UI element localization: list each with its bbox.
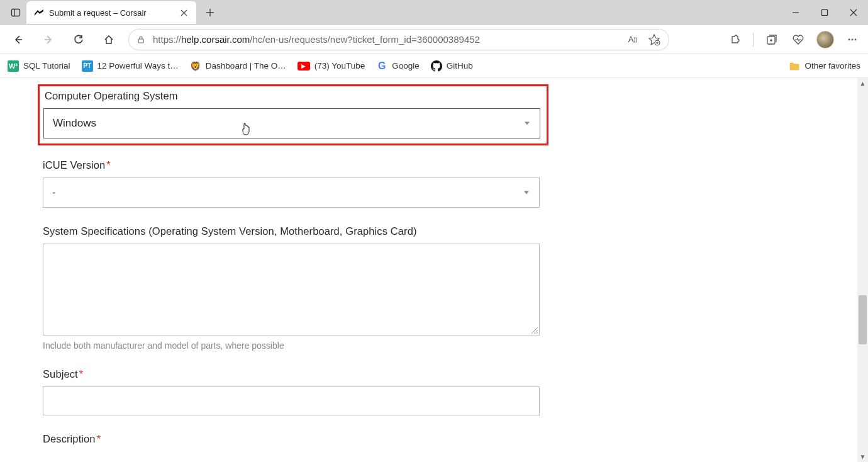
- bookmark-item[interactable]: GitHub: [431, 60, 473, 72]
- settings-menu-button[interactable]: [844, 31, 860, 48]
- extensions-icon[interactable]: [726, 31, 743, 48]
- required-star: *: [79, 368, 84, 380]
- svg-rect-6: [138, 39, 143, 43]
- window-controls: [781, 0, 868, 25]
- os-select-value: Windows: [53, 117, 96, 130]
- forward-button[interactable]: [38, 29, 59, 50]
- specs-textarea[interactable]: [43, 244, 540, 335]
- icue-select[interactable]: -: [43, 177, 540, 208]
- svg-rect-3: [822, 10, 828, 16]
- refresh-button[interactable]: [68, 29, 89, 50]
- scroll-up-button[interactable]: ▲: [857, 78, 868, 89]
- url-prefix: https://: [153, 34, 181, 45]
- profile-avatar[interactable]: [816, 31, 834, 48]
- read-aloud-icon[interactable]: A)): [625, 31, 641, 48]
- bookmark-item[interactable]: G Google: [376, 60, 420, 72]
- resize-handle-icon[interactable]: [531, 327, 538, 334]
- tab-active[interactable]: Submit a request – Corsair: [26, 1, 196, 24]
- subject-input[interactable]: [43, 386, 540, 415]
- specs-hint: Include both manufacturer and model of p…: [43, 341, 554, 351]
- svg-point-11: [855, 38, 857, 40]
- tab-close-button[interactable]: [179, 8, 189, 18]
- svg-point-10: [852, 38, 854, 40]
- bookmark-icon: 🦁: [190, 60, 201, 72]
- other-favorites-label: Other favorites: [804, 61, 860, 70]
- minimize-button[interactable]: [781, 0, 810, 25]
- bookmark-label: SQL Tutorial: [23, 61, 70, 70]
- back-button[interactable]: [8, 29, 29, 50]
- url-text: https://help.corsair.com/hc/en-us/reques…: [153, 34, 618, 45]
- favorite-icon[interactable]: [646, 31, 662, 48]
- tab-strip: Submit a request – Corsair: [0, 0, 868, 25]
- scroll-thumb[interactable]: [859, 295, 867, 344]
- toolbar-right: [726, 31, 860, 48]
- icue-label-text: iCUE Version: [43, 159, 105, 171]
- scroll-down-button[interactable]: ▼: [857, 451, 868, 462]
- bookmarks-bar: W³ SQL Tutorial PT 12 Powerful Ways t… 🦁…: [0, 54, 868, 78]
- tab-actions-button[interactable]: [5, 2, 26, 23]
- github-icon: [431, 60, 442, 72]
- bookmark-icon: PT: [82, 60, 93, 72]
- folder-icon: [789, 60, 800, 72]
- field-subject: Subject*: [43, 368, 554, 415]
- toolbar-divider: [753, 33, 754, 47]
- bookmark-icon: W³: [8, 60, 19, 72]
- lock-icon[interactable]: [135, 34, 147, 45]
- health-icon[interactable]: [790, 31, 806, 48]
- corsair-favicon-icon: [34, 8, 44, 18]
- tab-title: Submit a request – Corsair: [49, 8, 174, 18]
- bookmark-label: Google: [392, 61, 420, 70]
- google-icon: G: [376, 60, 387, 72]
- bookmark-item[interactable]: ▶ (73) YouTube: [298, 61, 365, 70]
- request-form: Computer Operating System Windows iCUE V…: [0, 78, 554, 445]
- specs-label: System Specifications (Operating System …: [43, 225, 554, 237]
- field-icue: iCUE Version* -: [43, 159, 554, 208]
- browser-chrome: Submit a request – Corsair: [0, 0, 868, 78]
- highlighted-field-os: Computer Operating System Windows: [38, 84, 548, 145]
- youtube-icon: ▶: [298, 62, 310, 70]
- description-label-text: Description: [43, 433, 96, 444]
- bookmark-item[interactable]: W³ SQL Tutorial: [8, 60, 70, 72]
- window-close-button[interactable]: [839, 0, 868, 25]
- os-select[interactable]: Windows: [43, 108, 540, 138]
- required-star: *: [97, 433, 101, 444]
- other-favorites-button[interactable]: Other favorites: [789, 60, 860, 72]
- field-specs: System Specifications (Operating System …: [43, 225, 554, 351]
- field-description: Description*: [43, 433, 554, 445]
- maximize-button[interactable]: [810, 0, 839, 25]
- vertical-scrollbar[interactable]: ▲ ▼: [857, 78, 868, 462]
- subject-label: Subject*: [43, 368, 554, 380]
- address-row: https://help.corsair.com/hc/en-us/reques…: [0, 25, 868, 54]
- url-path: /hc/en-us/requests/new?ticket_form_id=36…: [250, 34, 480, 45]
- required-star: *: [106, 159, 111, 171]
- chevron-down-icon: [525, 122, 530, 125]
- bookmark-label: (73) YouTube: [314, 61, 365, 70]
- new-tab-button[interactable]: [200, 3, 220, 23]
- home-button[interactable]: [98, 29, 120, 50]
- bookmark-item[interactable]: PT 12 Powerful Ways t…: [82, 60, 179, 72]
- bookmark-label: 12 Powerful Ways t…: [97, 61, 179, 70]
- description-label: Description*: [43, 433, 554, 445]
- svg-point-9: [849, 38, 850, 40]
- subject-label-text: Subject: [43, 368, 78, 380]
- address-bar[interactable]: https://help.corsair.com/hc/en-us/reques…: [128, 29, 669, 50]
- chevron-down-icon: [524, 191, 529, 194]
- icue-select-value: -: [52, 186, 56, 199]
- svg-rect-0: [12, 9, 20, 16]
- page-viewport: Computer Operating System Windows iCUE V…: [0, 78, 868, 462]
- address-bar-actions: A)): [625, 31, 662, 48]
- icue-label: iCUE Version*: [43, 159, 554, 171]
- url-host: help.corsair.com: [181, 34, 250, 45]
- bookmark-label: GitHub: [447, 61, 473, 70]
- bookmark-item[interactable]: 🦁 Dashboard | The O…: [190, 60, 286, 72]
- collections-icon[interactable]: [764, 31, 780, 48]
- os-label: Computer Operating System: [45, 90, 543, 102]
- bookmark-label: Dashboard | The O…: [206, 61, 286, 70]
